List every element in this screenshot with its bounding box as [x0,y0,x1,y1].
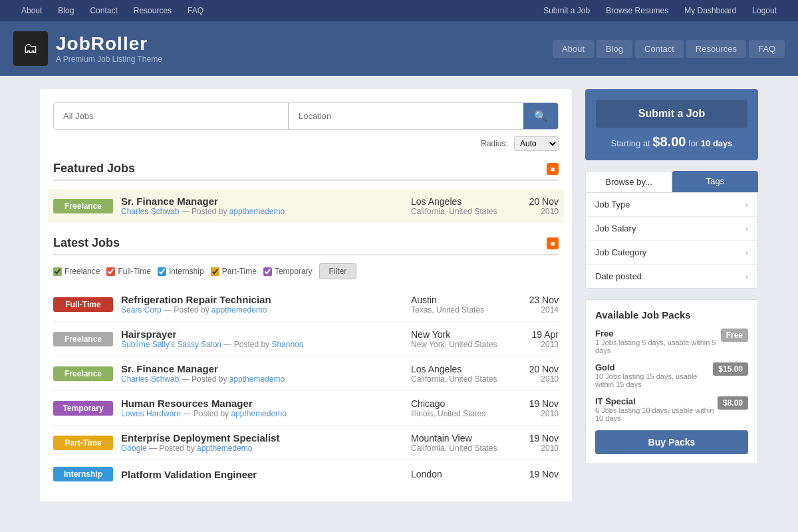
browse-job-category[interactable]: Job Category › [586,241,757,265]
pack-gold-info: Gold 10 Jobs lasting 15 days, usable wit… [595,362,713,388]
job-date: 19 Nov2010 [519,433,559,453]
browse-job-category-label: Job Category [595,247,646,257]
job-meta: Charles Schwab — Posted by appthemedemo [121,374,403,384]
job-title[interactable]: Sr. Finance Manager [121,363,218,374]
job-region: California, United States [411,207,511,216]
job-company[interactable]: Charles Schwab [121,207,179,216]
featured-jobs-list: FreelanceSr. Finance ManagerCharles Schw… [53,189,559,223]
pack-free-desc: 1 Jobs lasting 5 days, usable within 5 d… [595,338,721,354]
job-city: New York [411,329,511,340]
job-card: Part-TimeEnterprise Deployment Specialis… [53,426,559,460]
radius-row: Radius: Auto 10 mi 25 mi 50 mi 100 mi [53,136,559,151]
job-packs: Available Job Packs Free 1 Jobs lasting … [585,299,758,464]
job-info: Platform Validation Engineer [121,469,403,480]
job-date: 19 Nov2010 [519,398,559,418]
header-nav-contact[interactable]: Contact [635,40,684,58]
browse-job-salary[interactable]: Job Salary › [586,217,757,241]
header-nav-about[interactable]: About [553,40,594,58]
job-poster[interactable]: appthemedemo [231,409,286,418]
job-date: 20 Nov2010 [519,196,559,216]
job-date: 23 Nov2014 [519,295,559,315]
job-date: 19 Apr2013 [519,329,559,349]
pack-gold-name: Gold [595,362,713,372]
site-tagline: A Premium Job Listing Theme [56,55,162,64]
job-location: AustinTexas, United States [411,295,511,315]
pack-it: IT Special 6 Jobs lasting 10 days, usabl… [595,396,748,422]
job-date-year: 2010 [519,444,559,453]
header-nav-faq[interactable]: FAQ [749,40,785,58]
browse-job-type[interactable]: Job Type › [586,193,757,217]
topbar-about[interactable]: About [13,0,50,21]
topbar-resources[interactable]: Resources [126,0,180,21]
topbar-blog[interactable]: Blog [50,0,82,21]
logo-text: JobRoller A Premium Job Listing Theme [56,33,162,64]
header-nav-blog[interactable]: Blog [597,40,632,58]
topbar-contact[interactable]: Contact [82,0,125,21]
job-company[interactable]: Sears Corp [121,305,162,315]
job-city: Chicago [411,398,511,409]
job-poster[interactable]: Shannon [271,340,303,349]
topbar-submit-job[interactable]: Submit a Job [535,0,598,21]
topbar-browse-resumes[interactable]: Browse Resumes [598,0,676,21]
job-tag: Internship [53,467,113,481]
job-title[interactable]: Hairsprayer [121,329,176,340]
job-poster[interactable]: appthemedemo [229,207,285,216]
top-bar: About Blog Contact Resources FAQ Submit … [0,0,798,21]
job-meta: Sears Corp — Posted by appthemedemo [121,305,403,315]
job-city: Los Angeles [411,196,511,207]
job-company[interactable]: Lowes Hardware [121,409,181,418]
job-card: FreelanceHairsprayerSublime Sally's Sass… [53,322,559,356]
job-date-day: 19 Apr [519,329,559,340]
pack-gold-desc: 10 Jobs lasting 15 days, usable within 1… [595,372,713,388]
search-input[interactable] [54,103,288,129]
job-city: Austin [411,295,511,305]
browse-job-type-label: Job Type [595,200,630,209]
job-company[interactable]: Sublime Sally's Sassy Salon [121,340,221,349]
buy-packs-button[interactable]: Buy Packs [595,430,748,454]
job-company[interactable]: Google [121,444,147,453]
submit-job-pricing: Starting at $8.00 for 10 days [596,134,747,150]
job-date-day: 19 Nov [519,433,559,444]
job-meta: Sublime Sally's Sassy Salon — Posted by … [121,340,403,349]
pack-it-info: IT Special 6 Jobs lasting 10 days, usabl… [595,396,718,422]
job-title[interactable]: Sr. Finance Manager [121,196,218,207]
topbar-my-dashboard[interactable]: My Dashboard [676,0,744,21]
filter-row: Freelance Full-Time Internship Part-Time… [53,263,559,279]
radius-label: Radius: [481,139,508,148]
submit-job-button[interactable]: Submit a Job [596,100,747,128]
job-company[interactable]: Charles Schwab [121,374,179,384]
featured-rss-icon[interactable]: ■ [547,163,559,175]
job-info: HairsprayerSublime Sally's Sassy Salon —… [121,329,403,349]
job-location: Los AngelesCalifornia, United States [411,364,511,384]
job-poster[interactable]: appthemedemo [229,374,285,384]
header-nav-resources[interactable]: Resources [686,40,746,58]
tab-tags[interactable]: Tags [672,171,758,192]
filter-button[interactable]: Filter [319,263,357,279]
tab-browse[interactable]: Browse by... [585,171,672,192]
filter-parttime[interactable]: Part-Time [211,267,257,276]
job-title[interactable]: Human Resources Manager [121,398,253,409]
location-input[interactable] [289,103,523,129]
radius-select[interactable]: Auto 10 mi 25 mi 50 mi 100 mi [514,136,559,151]
job-date: 19 Nov [519,469,559,479]
job-poster[interactable]: appthemedemo [197,444,252,453]
latest-rss-icon[interactable]: ■ [547,237,559,249]
browse-job-salary-label: Job Salary [595,223,636,233]
job-title[interactable]: Refrigeration Repair Technician [121,294,271,305]
featured-jobs-header: Featured Jobs ■ [53,162,559,181]
search-button[interactable]: 🔍 [523,103,558,129]
filter-internship[interactable]: Internship [158,267,204,276]
topbar-faq[interactable]: FAQ [180,0,211,21]
featured-jobs-title: Featured Jobs [53,162,135,176]
logo-area: 🗂 JobRoller A Premium Job Listing Theme [13,31,162,66]
job-location: Los AngelesCalifornia, United States [411,196,511,216]
topbar-logout[interactable]: Logout [744,0,785,21]
job-title[interactable]: Platform Validation Engineer [121,469,257,480]
job-poster[interactable]: appthemedemo [211,305,267,315]
job-title[interactable]: Enterprise Deployment Specialist [121,432,279,444]
filter-temporary[interactable]: Temporary [263,267,313,276]
filter-fulltime[interactable]: Full-Time [106,267,151,276]
filter-freelance[interactable]: Freelance [53,267,100,276]
job-card: TemporaryHuman Resources ManagerLowes Ha… [53,391,559,426]
browse-date-posted[interactable]: Date posted › [586,265,757,288]
